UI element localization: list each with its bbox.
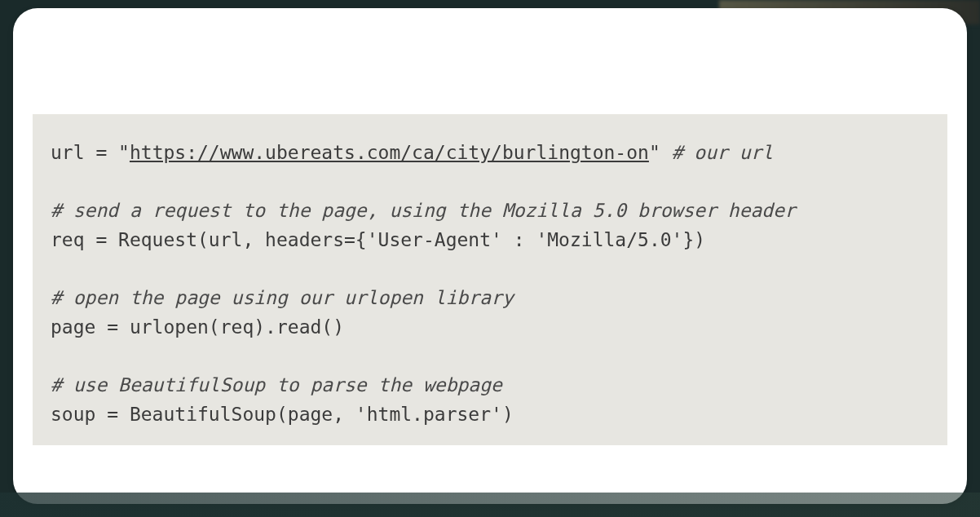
code-line-4: req = Request(url, headers={'User-Agent'… xyxy=(51,229,705,250)
code-line-10: soup = BeautifulSoup(page, 'html.parser'… xyxy=(51,404,514,425)
code-line-1-url: https://www.ubereats.com/ca/city/burling… xyxy=(130,142,649,163)
code-line-1-suffix: " xyxy=(649,142,672,163)
code-content: url = "https://www.ubereats.com/ca/city/… xyxy=(51,139,929,429)
code-line-1-prefix: url = " xyxy=(51,142,130,163)
code-block: url = "https://www.ubereats.com/ca/city/… xyxy=(33,114,947,445)
content-card: url = "https://www.ubereats.com/ca/city/… xyxy=(13,8,967,504)
code-line-1-comment: # our url xyxy=(672,142,774,163)
code-line-9-comment: # use BeautifulSoup to parse the webpage xyxy=(51,374,502,395)
code-line-3-comment: # send a request to the page, using the … xyxy=(51,200,796,221)
code-line-7: page = urlopen(req).read() xyxy=(51,316,344,338)
page-background: url = "https://www.ubereats.com/ca/city/… xyxy=(0,0,980,517)
code-line-6-comment: # open the page using our urlopen librar… xyxy=(51,287,514,308)
